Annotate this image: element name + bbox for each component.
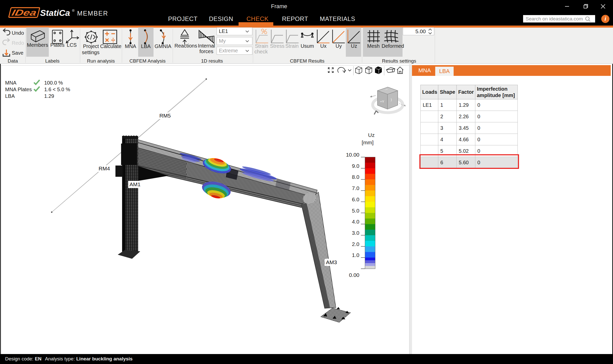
svg-text:6.0: 6.0 (352, 196, 359, 202)
svg-text:4.0: 4.0 (352, 219, 359, 225)
svg-text:10.00: 10.00 (346, 152, 359, 158)
svg-text:RM4: RM4 (99, 166, 110, 171)
svg-text:RM5: RM5 (159, 113, 171, 119)
svg-text:): ) (391, 98, 392, 101)
svg-text:+Y: +Y (380, 100, 384, 103)
svg-text:-~: -~ (385, 88, 387, 91)
svg-text:AM3: AM3 (326, 259, 337, 265)
svg-text:AM1: AM1 (129, 181, 140, 187)
svg-text:3.0: 3.0 (352, 230, 359, 236)
svg-text:7.0: 7.0 (352, 185, 359, 191)
svg-text:9.0: 9.0 (352, 163, 359, 169)
svg-text:0.00: 0.00 (349, 272, 359, 278)
svg-text:8.0: 8.0 (352, 174, 359, 180)
svg-text:Uz: Uz (368, 132, 375, 138)
svg-text:[mm]: [mm] (362, 139, 374, 145)
svg-text:1.0: 1.0 (352, 252, 359, 258)
svg-text:2.0: 2.0 (352, 241, 359, 247)
svg-text:5.0: 5.0 (352, 208, 359, 214)
